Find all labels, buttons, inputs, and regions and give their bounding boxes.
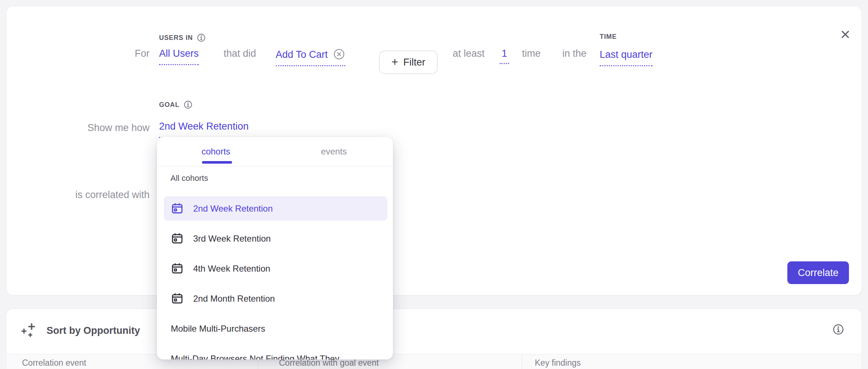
- goal-label: GOAL: [159, 101, 180, 109]
- cohort-selector[interactable]: All Users: [159, 48, 199, 65]
- close-icon[interactable]: [838, 27, 853, 42]
- results-table-header: Correlation event Correlation with goal …: [7, 354, 861, 369]
- cohort-section-header: All cohorts: [170, 174, 208, 183]
- column-header-key-findings: Key findings: [535, 358, 581, 368]
- sentence-prefix-for: For: [7, 48, 150, 59]
- column-header-correlation-event: Correlation event: [22, 358, 86, 368]
- users-in-label: USERS IN: [159, 34, 193, 42]
- active-tab-indicator: [202, 161, 232, 164]
- column-header-correlation-with-goal: Correlation with goal event: [279, 358, 379, 368]
- goal-dropdown: cohorts events All cohorts 2nd Week Rete…: [157, 137, 393, 359]
- count-selector[interactable]: 1: [500, 48, 509, 64]
- list-item-2nd-week-retention[interactable]: 2nd Week Retention: [164, 196, 387, 221]
- add-filter-button[interactable]: + Filter: [379, 51, 438, 74]
- sort-sparkle-icon: [20, 321, 38, 340]
- connector-in-the: in the: [562, 48, 586, 59]
- sort-by-opportunity-button[interactable]: Sort by Opportunity: [20, 321, 140, 340]
- goal-selector[interactable]: 2nd Week Retention: [159, 121, 249, 138]
- calendar-icon: [171, 202, 184, 215]
- column-divider: [522, 354, 522, 369]
- plus-icon: +: [391, 56, 398, 68]
- list-item-4th-week-retention[interactable]: 4th Week Retention: [157, 256, 393, 281]
- correlate-button[interactable]: Correlate: [787, 261, 849, 284]
- calendar-icon: [171, 262, 184, 275]
- dropdown-tabs: cohorts events: [157, 137, 393, 167]
- list-item-mobile-multi-purchasers[interactable]: Mobile Multi-Purchasers: [157, 316, 393, 341]
- calendar-icon: [171, 292, 184, 305]
- list-item-multi-day-browsers[interactable]: Multi-Day Browsers Not Finding What They: [157, 346, 393, 359]
- time-label: TIME: [600, 33, 617, 41]
- circle-x-icon[interactable]: [333, 48, 345, 60]
- info-icon[interactable]: [183, 100, 193, 109]
- users-in-label-row: USERS IN: [159, 33, 206, 42]
- connector-at-least: at least: [453, 48, 485, 59]
- query-builder-card: USERS IN TIME GOAL For All Users that di…: [7, 7, 861, 295]
- list-item-2nd-month-retention[interactable]: 2nd Month Retention: [157, 286, 393, 311]
- sort-by-opportunity-label: Sort by Opportunity: [47, 325, 140, 336]
- info-icon[interactable]: [196, 33, 206, 42]
- connector-that-did: that did: [224, 48, 256, 59]
- correlation-page: USERS IN TIME GOAL For All Users that di…: [0, 0, 868, 369]
- sentence-prefix-is-correlated-with: is correlated with: [7, 189, 150, 201]
- goal-label-row: GOAL: [159, 100, 193, 109]
- results-panel: Sort by Opportunity Correlation event Co…: [7, 309, 861, 369]
- sentence-prefix-show-me-how: Show me how: [7, 122, 150, 134]
- list-item-3rd-week-retention[interactable]: 3rd Week Retention: [157, 226, 393, 251]
- info-icon[interactable]: [832, 323, 845, 336]
- tab-events[interactable]: events: [275, 137, 393, 166]
- calendar-icon: [171, 232, 184, 245]
- time-range-selector[interactable]: Last quarter: [600, 49, 652, 66]
- connector-time: time: [522, 48, 541, 59]
- event-selector[interactable]: Add To Cart: [276, 48, 345, 66]
